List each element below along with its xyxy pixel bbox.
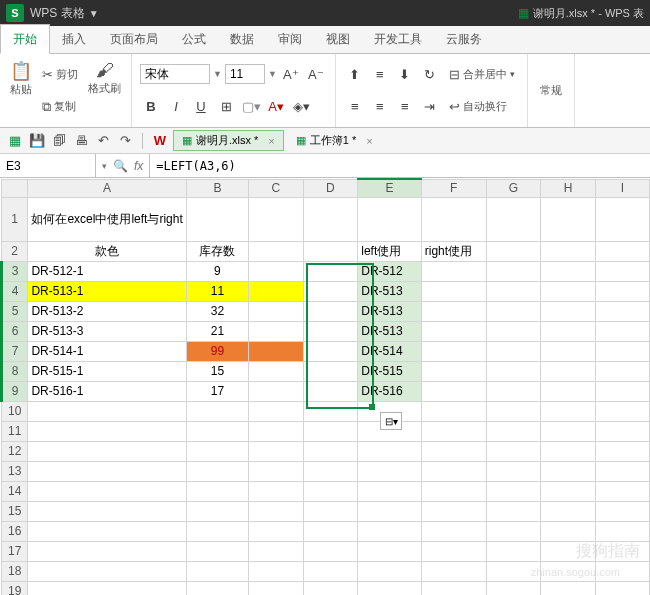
- row-header[interactable]: 2: [2, 241, 28, 261]
- ribbon-tab-6[interactable]: 视图: [314, 25, 362, 53]
- indent-icon[interactable]: ⇥: [419, 96, 441, 118]
- font-name-dropdown-icon[interactable]: ▼: [213, 69, 222, 79]
- cell[interactable]: DR-514: [358, 341, 421, 361]
- font-size-dropdown-icon[interactable]: ▼: [268, 69, 277, 79]
- fill-color-button[interactable]: ▢▾: [240, 96, 262, 118]
- cell[interactable]: [303, 421, 358, 441]
- cell[interactable]: [358, 581, 421, 595]
- column-header[interactable]: A: [28, 179, 186, 197]
- row-header[interactable]: 14: [2, 481, 28, 501]
- cell[interactable]: [303, 481, 358, 501]
- cell[interactable]: [421, 381, 486, 401]
- cell[interactable]: DR-513-2: [28, 301, 186, 321]
- column-header[interactable]: G: [486, 179, 541, 197]
- cell[interactable]: DR-516-1: [28, 381, 186, 401]
- row-header[interactable]: 17: [2, 541, 28, 561]
- cell[interactable]: [541, 261, 596, 281]
- name-box[interactable]: E3: [0, 154, 96, 177]
- cell[interactable]: [249, 361, 304, 381]
- cell[interactable]: [358, 541, 421, 561]
- cell[interactable]: [486, 581, 541, 595]
- cell[interactable]: 15: [186, 361, 248, 381]
- cell[interactable]: [541, 581, 596, 595]
- align-bottom-icon[interactable]: ⬇: [394, 63, 416, 85]
- cell[interactable]: [486, 341, 541, 361]
- cell[interactable]: [186, 481, 248, 501]
- cell[interactable]: 9: [186, 261, 248, 281]
- cell[interactable]: [421, 561, 486, 581]
- print-preview-icon[interactable]: 🗐: [50, 132, 68, 150]
- formula-input[interactable]: =LEFT(A3,6): [150, 159, 650, 173]
- wps-logo-icon[interactable]: W: [151, 132, 169, 150]
- cell[interactable]: DR-513-3: [28, 321, 186, 341]
- cell[interactable]: [595, 261, 649, 281]
- search-icon[interactable]: 🔍: [113, 159, 128, 173]
- cell[interactable]: [595, 321, 649, 341]
- app-dropdown-icon[interactable]: ▼: [89, 8, 99, 19]
- cell[interactable]: [249, 501, 304, 521]
- cell[interactable]: 11: [186, 281, 248, 301]
- align-right-icon[interactable]: ≡: [394, 96, 416, 118]
- cell[interactable]: [595, 241, 649, 261]
- close-icon[interactable]: ×: [366, 135, 372, 147]
- cell[interactable]: [421, 461, 486, 481]
- cell[interactable]: [186, 541, 248, 561]
- cell[interactable]: [249, 197, 304, 241]
- cell[interactable]: [486, 481, 541, 501]
- cell[interactable]: [28, 581, 186, 595]
- row-header[interactable]: 5: [2, 301, 28, 321]
- ribbon-tab-5[interactable]: 审阅: [266, 25, 314, 53]
- cell[interactable]: [421, 261, 486, 281]
- cell[interactable]: [595, 301, 649, 321]
- cell[interactable]: [28, 501, 186, 521]
- align-left-icon[interactable]: ≡: [344, 96, 366, 118]
- cell[interactable]: [186, 501, 248, 521]
- cell[interactable]: [358, 441, 421, 461]
- cell[interactable]: [541, 401, 596, 421]
- cell[interactable]: DR-514-1: [28, 341, 186, 361]
- cell[interactable]: [595, 341, 649, 361]
- cell[interactable]: [486, 401, 541, 421]
- cell[interactable]: [486, 521, 541, 541]
- cell[interactable]: [358, 501, 421, 521]
- merge-center-button[interactable]: ⊟合并居中▾: [445, 65, 519, 84]
- copy-button[interactable]: ⧉复制: [38, 97, 82, 117]
- cell[interactable]: [249, 261, 304, 281]
- cell[interactable]: [541, 197, 596, 241]
- cell[interactable]: [421, 341, 486, 361]
- cell[interactable]: [595, 197, 649, 241]
- cell[interactable]: [358, 461, 421, 481]
- font-name-select[interactable]: [140, 64, 210, 84]
- cell[interactable]: [595, 481, 649, 501]
- column-header[interactable]: E: [358, 179, 421, 197]
- cell[interactable]: [303, 501, 358, 521]
- cell[interactable]: [186, 561, 248, 581]
- cell[interactable]: DR-515: [358, 361, 421, 381]
- row-header[interactable]: 15: [2, 501, 28, 521]
- cell[interactable]: [486, 241, 541, 261]
- align-middle-icon[interactable]: ≡: [369, 63, 391, 85]
- cell[interactable]: [28, 421, 186, 441]
- cell[interactable]: [486, 361, 541, 381]
- ribbon-tab-1[interactable]: 插入: [50, 25, 98, 53]
- cell[interactable]: [541, 541, 596, 561]
- dropdown-icon[interactable]: ▾: [102, 161, 107, 171]
- new-icon[interactable]: ▦: [6, 132, 24, 150]
- cell[interactable]: [249, 521, 304, 541]
- cell[interactable]: [486, 261, 541, 281]
- cell[interactable]: [186, 461, 248, 481]
- orientation-icon[interactable]: ↻: [419, 63, 441, 85]
- column-header[interactable]: C: [249, 179, 304, 197]
- cell[interactable]: [595, 461, 649, 481]
- cell[interactable]: [303, 381, 358, 401]
- cell[interactable]: 17: [186, 381, 248, 401]
- ribbon-tab-3[interactable]: 公式: [170, 25, 218, 53]
- cell[interactable]: [249, 461, 304, 481]
- row-header[interactable]: 18: [2, 561, 28, 581]
- cell[interactable]: 99: [186, 341, 248, 361]
- column-header[interactable]: B: [186, 179, 248, 197]
- cell[interactable]: [595, 561, 649, 581]
- print-icon[interactable]: 🖶: [72, 132, 90, 150]
- italic-button[interactable]: I: [165, 96, 187, 118]
- cell[interactable]: [486, 441, 541, 461]
